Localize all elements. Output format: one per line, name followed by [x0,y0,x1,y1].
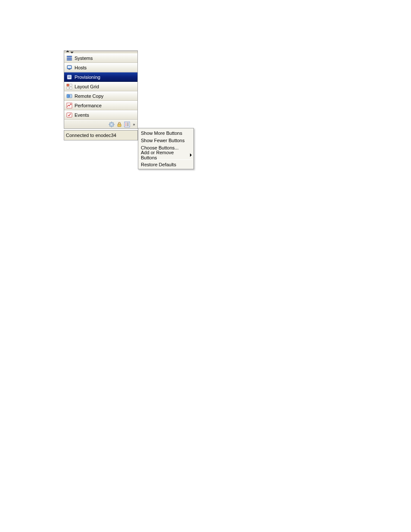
submenu-arrow-icon [190,153,192,157]
menu-item-show-fewer-buttons[interactable]: Show Fewer Buttons [138,137,193,144]
svg-rect-31 [127,123,129,124]
menu-item-label: Show More Buttons [141,131,182,136]
svg-line-24 [110,122,110,123]
menu-item-show-more-buttons[interactable]: Show More Buttons [138,129,193,137]
lock-icon[interactable] [116,121,123,128]
nav-item-systems[interactable]: Systems [64,53,137,63]
svg-rect-12 [67,87,69,89]
svg-rect-32 [125,124,126,125]
status-bar: Connected to enodec34 [64,130,138,140]
svg-point-19 [111,124,112,125]
list-icon[interactable] [124,121,131,128]
nav-item-label: Hosts [75,65,87,70]
svg-rect-35 [127,125,129,126]
svg-rect-34 [125,125,126,126]
overflow-chevron-icon[interactable]: » [131,121,137,128]
svg-rect-5 [68,69,70,70]
svg-rect-2 [67,59,72,60]
nav-item-label: Layout Grid [75,84,99,89]
nav-item-events[interactable]: Events [64,110,137,120]
svg-line-26 [113,122,113,123]
svg-line-27 [110,126,110,126]
navigation-button-bar: » [64,120,137,128]
menu-item-restore-defaults[interactable]: Restore Defaults [138,161,193,168]
svg-line-25 [113,126,113,126]
svg-rect-11 [70,84,72,86]
menu-item-label: Restore Defaults [141,162,176,167]
menu-item-label: Add or Remove Buttons [141,150,191,160]
svg-rect-10 [67,84,69,86]
menu-item-label: Show Fewer Buttons [141,138,185,143]
events-icon [66,112,73,118]
nav-item-performance[interactable]: Performance [64,101,137,110]
nav-item-label: Events [75,112,89,118]
nav-item-provisioning[interactable]: Provisioning [64,72,137,82]
nav-item-label: Remote Copy [75,93,103,99]
svg-rect-0 [67,56,72,57]
svg-rect-4 [68,66,71,68]
hosts-icon [66,64,73,71]
systems-icon [66,55,73,62]
nav-item-label: Provisioning [75,75,100,80]
svg-rect-8 [68,77,71,77]
provisioning-icon [66,74,73,81]
svg-rect-13 [70,87,72,89]
remote-copy-icon [66,93,73,100]
gear-icon[interactable] [108,121,115,128]
svg-rect-1 [67,58,72,59]
performance-icon [66,102,73,109]
nav-item-remote-copy[interactable]: Remote Copy [64,91,137,101]
nav-item-layout-grid[interactable]: Layout Grid [64,82,137,91]
svg-rect-9 [68,78,71,78]
menu-item-add-remove-buttons[interactable]: Add or Remove Buttons [138,151,193,159]
status-text: Connected to enodec34 [66,133,116,138]
svg-rect-28 [118,124,121,127]
layout-grid-icon [66,83,73,90]
nav-item-label: Performance [75,103,102,108]
navigation-panel: Systems Hosts Provisioning [64,50,138,129]
panel-grip[interactable] [64,51,137,53]
nav-item-label: Systems [75,56,93,61]
svg-rect-30 [125,123,126,124]
nav-item-hosts[interactable]: Hosts [64,63,137,72]
svg-rect-33 [127,124,129,125]
svg-rect-7 [68,76,71,76]
buttons-context-menu: Show More Buttons Show Fewer Buttons Cho… [138,128,194,169]
